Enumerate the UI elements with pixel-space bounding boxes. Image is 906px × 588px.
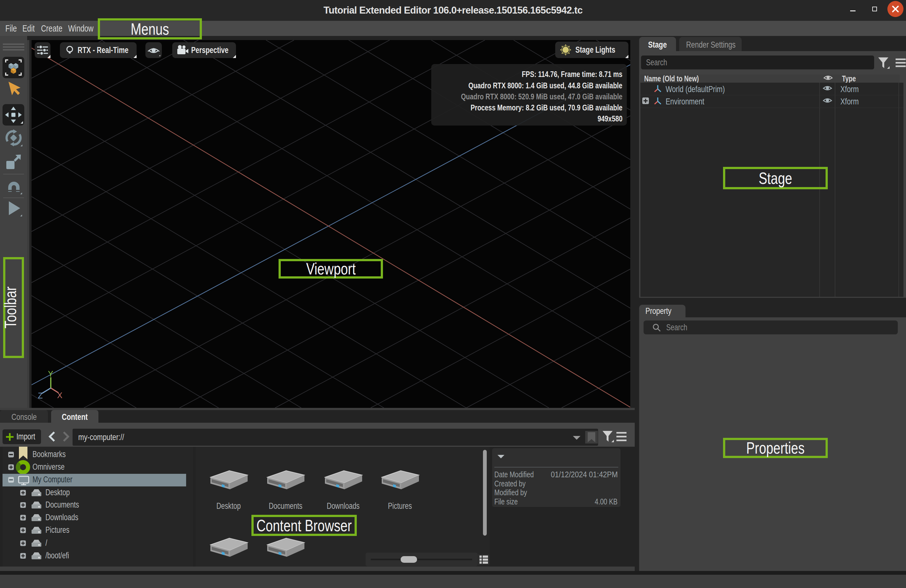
svg-text:Y: Y bbox=[48, 370, 53, 378]
svg-text:X: X bbox=[57, 391, 62, 400]
svg-text:Z: Z bbox=[38, 391, 43, 400]
